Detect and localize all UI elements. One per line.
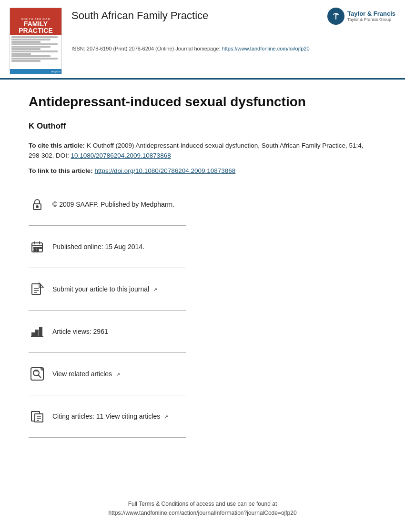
citing-external-icon: ↗: [164, 414, 168, 420]
tf-brand-sub: Taylor & Francis Group: [347, 17, 395, 22]
svg-point-2: [36, 206, 38, 208]
citing-icon: [30, 409, 44, 423]
cover-practice-label: PRACTICE: [19, 27, 53, 34]
search-icon-box: [29, 365, 46, 382]
related-text[interactable]: View related articles ↗: [52, 370, 120, 378]
cover-content: [10, 35, 61, 69]
footer-link[interactable]: https://www.tandfonline.com/action/journ…: [108, 510, 296, 516]
article-doi-link[interactable]: https://doi.org/10.1080/20786204.2009.10…: [95, 167, 236, 174]
copyright-text: © 2009 SAAFP. Published by Medpharm.: [52, 201, 174, 208]
link-label: To link to this article:: [29, 167, 93, 174]
svg-rect-16: [32, 333, 34, 337]
lock-icon: [30, 197, 44, 211]
author-name: K Outhoff: [29, 121, 376, 131]
views-row: Article views: 2961: [29, 317, 376, 346]
edit-icon-box: [29, 281, 46, 298]
cite-doi-link[interactable]: 10.1080/20786204.2009.10873868: [71, 152, 171, 159]
calendar-icon-box: [29, 238, 46, 255]
svg-rect-18: [40, 327, 42, 337]
views-text: Article views: 2961: [52, 328, 108, 335]
svg-rect-10: [37, 250, 39, 251]
svg-rect-7: [34, 247, 36, 249]
citing-row: Citing articles: 11 View citing articles…: [29, 402, 376, 431]
svg-rect-9: [34, 250, 36, 251]
lock-icon-box: [29, 196, 46, 213]
tf-text-block: Taylor & Francis Taylor & Francis Group: [347, 10, 395, 22]
tf-logo: Taylor & Francis Taylor & Francis Group: [327, 8, 395, 25]
svg-rect-8: [37, 247, 39, 249]
divider-1: [29, 225, 186, 226]
tf-circle-icon: [327, 8, 344, 25]
citing-text[interactable]: Citing articles: 11 View citing articles…: [52, 412, 168, 420]
published-text: Published online: 15 Aug 2014.: [52, 243, 144, 251]
copyright-row: © 2009 SAAFP. Published by Medpharm.: [29, 190, 376, 219]
journal-cover: SOUTH AFRICAN FAMILY PRACTICE Medpharm: [10, 8, 62, 74]
edit-icon: [30, 282, 44, 296]
calendar-icon: [30, 240, 44, 254]
published-row: Published online: 15 Aug 2014.: [29, 232, 376, 261]
cover-footer: Medpharm: [10, 69, 61, 74]
cover-family-label: FAMILY: [24, 20, 48, 27]
page-header: SOUTH AFRICAN FAMILY PRACTICE Medpharm S…: [0, 0, 405, 80]
divider-3: [29, 310, 186, 311]
citation-block: To cite this article: K Outhoff (2009) A…: [29, 141, 376, 161]
tf-brand-name: Taylor & Francis: [347, 10, 395, 18]
divider-4: [29, 352, 186, 353]
related-row: View related articles ↗: [29, 360, 376, 388]
divider-6: [29, 437, 186, 438]
issn-text: ISSN: 2078-6190 (Print) 2078-6204 (Onlin…: [71, 46, 222, 51]
cite-icon-box: [29, 408, 46, 425]
chart-icon: [30, 324, 44, 339]
cover-title-area: SOUTH AFRICAN FAMILY PRACTICE: [10, 17, 61, 35]
divider-2: [29, 268, 186, 268]
issn-line: ISSN: 2078-6190 (Print) 2078-6204 (Onlin…: [71, 46, 395, 51]
svg-rect-17: [36, 330, 38, 337]
chart-icon-box: [29, 323, 46, 340]
search-related-icon: [30, 367, 44, 381]
cite-label: To cite this article:: [29, 142, 85, 149]
link-block: To link to this article: https://doi.org…: [29, 166, 376, 176]
submit-text[interactable]: Submit your article to this journal ↗: [52, 285, 157, 293]
external-link-icon: ↗: [153, 287, 157, 293]
article-title: Antidepressant-induced sexual dysfunctio…: [29, 94, 376, 110]
submit-row: Submit your article to this journal ↗: [29, 275, 376, 303]
footer-line1: Full Terms & Conditions of access and us…: [0, 500, 405, 509]
related-external-icon: ↗: [116, 371, 120, 378]
page-footer: Full Terms & Conditions of access and us…: [0, 500, 405, 518]
journal-homepage-link[interactable]: https://www.tandfonline.com/loi/ojfp20: [222, 46, 310, 51]
divider-5: [29, 395, 186, 395]
main-content: Antidepressant-induced sexual dysfunctio…: [0, 80, 405, 459]
cover-red-bar: [10, 8, 61, 17]
info-section: © 2009 SAAFP. Published by Medpharm. Pub…: [29, 190, 376, 438]
svg-rect-11: [40, 247, 41, 249]
footer-line2: https://www.tandfonline.com/action/journ…: [0, 509, 405, 518]
svg-line-22: [38, 375, 41, 378]
